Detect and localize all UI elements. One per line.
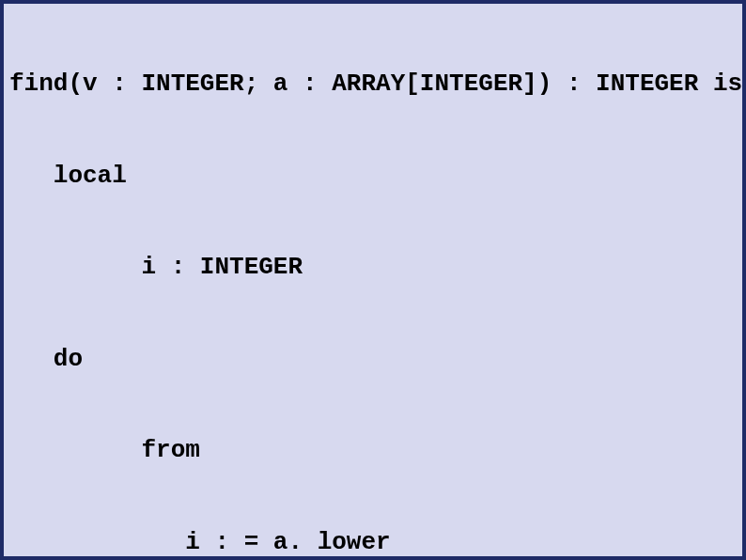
code-line: find(v : INTEGER; a : ARRAY[INTEGER]) : … [9, 69, 737, 100]
code-slide: find(v : INTEGER; a : ARRAY[INTEGER]) : … [0, 0, 746, 560]
code-line: i : = a. lower [9, 527, 737, 558]
code-line: local [9, 161, 737, 192]
code-line: from [9, 435, 737, 466]
code-line: do [9, 344, 737, 375]
code-line: i : INTEGER [9, 252, 737, 283]
